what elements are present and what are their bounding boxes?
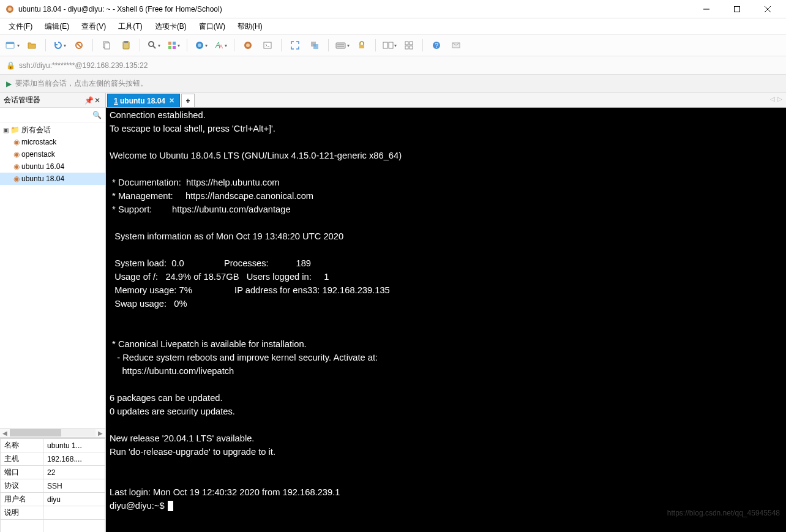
help-button[interactable]: ? xyxy=(429,38,444,53)
app-icon xyxy=(5,4,15,14)
svg-rect-34 xyxy=(389,42,393,48)
svg-rect-29 xyxy=(336,43,345,48)
prop-key: 用户名 xyxy=(1,493,43,506)
menu-view[interactable]: 查看(V) xyxy=(77,20,111,34)
session-label: ubuntu 18.04 xyxy=(21,174,64,183)
find-button[interactable] xyxy=(146,38,161,53)
terminal[interactable]: Connection established. To escape to loc… xyxy=(106,108,786,532)
prop-row-description: 说明 xyxy=(1,506,105,520)
separator xyxy=(92,39,93,51)
terminal-cursor xyxy=(168,501,173,511)
svg-rect-33 xyxy=(383,42,387,48)
expand-icon[interactable]: ▣ xyxy=(2,127,9,133)
menu-bar: 文件(F) 编辑(E) 查看(V) 工具(T) 选项卡(B) 窗口(W) 帮助(… xyxy=(0,18,786,34)
pin-button[interactable]: 📌 xyxy=(84,96,93,105)
session-item-openstack[interactable]: ◉ openstack xyxy=(0,148,105,160)
prop-row-protocol: 协议SSH xyxy=(1,479,105,493)
scroll-track[interactable] xyxy=(10,429,95,436)
prop-row-username: 用户名diyu xyxy=(1,493,105,506)
prop-value: 192.168.... xyxy=(43,452,105,466)
run-script-button[interactable] xyxy=(260,38,275,53)
svg-rect-26 xyxy=(264,42,271,48)
tab-prev-button[interactable]: ◁ xyxy=(770,96,775,102)
separator xyxy=(45,39,46,51)
menu-window[interactable]: 窗口(W) xyxy=(194,20,230,34)
prop-key: 说明 xyxy=(1,506,43,520)
session-item-ubuntu18[interactable]: ◉ ubuntu 18.04 xyxy=(0,173,105,185)
address-text[interactable]: ssh://diyu:********@192.168.239.135:22 xyxy=(19,61,148,70)
panel-search: 🔍 xyxy=(0,108,105,122)
prop-value: SSH xyxy=(43,479,105,493)
tree-root-label: 所有会话 xyxy=(21,125,51,135)
toolbar: AA ? xyxy=(0,34,786,56)
session-item-ubuntu16[interactable]: ◉ ubuntu 16.04 xyxy=(0,160,105,173)
session-item-microstack[interactable]: ◉ microstack xyxy=(0,136,105,148)
horizontal-scrollbar[interactable]: ◀ ▶ xyxy=(0,428,105,438)
disconnect-button[interactable] xyxy=(72,38,86,53)
session-tree[interactable]: ▣ 📁 所有会话 ◉ microstack ◉ openstack ◉ ubun… xyxy=(0,122,105,428)
session-manager-panel: 会话管理器 📌 ✕ 🔍 ▣ 📁 所有会话 ◉ microstack ◉ open… xyxy=(0,93,106,532)
font-button[interactable]: AA xyxy=(213,38,228,53)
menu-tabs[interactable]: 选项卡(B) xyxy=(150,20,192,34)
tab-label: ubuntu 18.04 xyxy=(120,97,165,105)
paste-button[interactable] xyxy=(119,38,133,53)
menu-edit[interactable]: 编辑(E) xyxy=(40,20,74,34)
transparency-button[interactable] xyxy=(307,38,322,53)
svg-rect-16 xyxy=(168,42,171,45)
svg-rect-3 xyxy=(735,6,740,12)
tile-button[interactable] xyxy=(402,38,416,53)
session-icon: ◉ xyxy=(13,162,20,171)
scroll-right-button[interactable]: ▶ xyxy=(95,430,105,436)
tab-ubuntu18[interactable]: 1 ubuntu 18.04 ✕ xyxy=(107,94,180,107)
scroll-thumb[interactable] xyxy=(10,429,61,436)
new-session-button[interactable] xyxy=(5,38,20,53)
prop-row-host: 主机192.168.... xyxy=(1,452,105,466)
scroll-left-button[interactable]: ◀ xyxy=(0,430,10,436)
menu-help[interactable]: 帮助(H) xyxy=(233,20,268,34)
svg-point-21 xyxy=(198,43,201,47)
separator xyxy=(187,39,187,51)
svg-point-1 xyxy=(8,7,12,11)
fullscreen-button[interactable] xyxy=(288,38,302,53)
search-icon[interactable]: 🔍 xyxy=(92,111,102,119)
tab-add-button[interactable]: + xyxy=(181,94,195,107)
color-scheme-button[interactable] xyxy=(193,38,208,53)
keyboard-button[interactable] xyxy=(335,38,350,53)
layout-button[interactable] xyxy=(382,38,397,53)
menu-file[interactable]: 文件(F) xyxy=(4,20,37,34)
prop-row-empty xyxy=(1,520,105,533)
tab-close-button[interactable]: ✕ xyxy=(169,97,174,105)
minimize-button[interactable] xyxy=(698,3,715,15)
tab-nav: ◁ ▷ xyxy=(770,96,782,102)
maximize-button[interactable] xyxy=(728,3,746,15)
properties-button[interactable] xyxy=(166,38,181,53)
lock-button[interactable] xyxy=(354,38,369,53)
reconnect-button[interactable] xyxy=(52,38,67,53)
prop-key: 主机 xyxy=(1,452,43,466)
xagent-button[interactable] xyxy=(241,38,255,53)
copy-button[interactable] xyxy=(99,38,114,53)
address-bar: 🔒 ssh://diyu:********@192.168.239.135:22 xyxy=(0,56,786,75)
tree-root[interactable]: ▣ 📁 所有会话 xyxy=(0,124,105,136)
hint-bar: ▶ 要添加当前会话，点击左侧的箭头按钮。 xyxy=(0,75,786,93)
title-bar: ubuntu 18.04 - diyu@diyu: ~ - Xshell 6 (… xyxy=(0,0,786,18)
separator xyxy=(140,39,140,51)
flag-icon: ▶ xyxy=(6,80,12,88)
separator xyxy=(422,39,423,51)
open-button[interactable] xyxy=(24,38,39,53)
svg-rect-7 xyxy=(6,42,14,44)
compose-button[interactable] xyxy=(449,38,463,53)
tab-next-button[interactable]: ▷ xyxy=(777,96,782,102)
panel-close-button[interactable]: ✕ xyxy=(93,96,102,105)
close-button[interactable] xyxy=(759,3,776,15)
svg-text:A: A xyxy=(219,43,223,50)
svg-point-25 xyxy=(246,43,250,47)
prop-key: 名称 xyxy=(1,439,43,452)
prop-value: diyu xyxy=(43,493,105,506)
svg-point-14 xyxy=(149,42,154,47)
prop-value: 22 xyxy=(43,466,105,479)
panel-title: 会话管理器 xyxy=(4,95,84,105)
menu-tools[interactable]: 工具(T) xyxy=(113,20,147,34)
svg-rect-11 xyxy=(105,43,110,49)
session-icon: ◉ xyxy=(13,150,20,159)
